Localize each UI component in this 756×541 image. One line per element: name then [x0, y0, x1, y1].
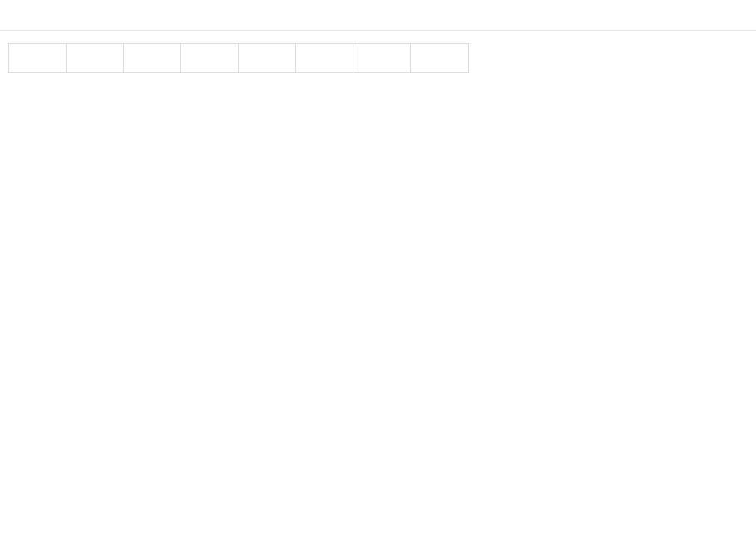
tab-30min[interactable]	[296, 44, 353, 72]
tab-60min[interactable]	[353, 44, 411, 72]
kline-chart[interactable]	[0, 0, 756, 541]
tab-day[interactable]	[9, 44, 67, 72]
macd-legend	[12, 434, 52, 446]
tab-5min[interactable]	[181, 44, 239, 72]
ohlc-legend	[12, 78, 65, 91]
ma-legend	[12, 94, 52, 107]
tab-week[interactable]	[67, 44, 124, 72]
period-tabs	[8, 43, 469, 73]
tab-4hour[interactable]	[411, 44, 468, 72]
tab-month[interactable]	[124, 44, 181, 72]
tab-15min[interactable]	[239, 44, 296, 72]
kline-page	[0, 0, 756, 541]
